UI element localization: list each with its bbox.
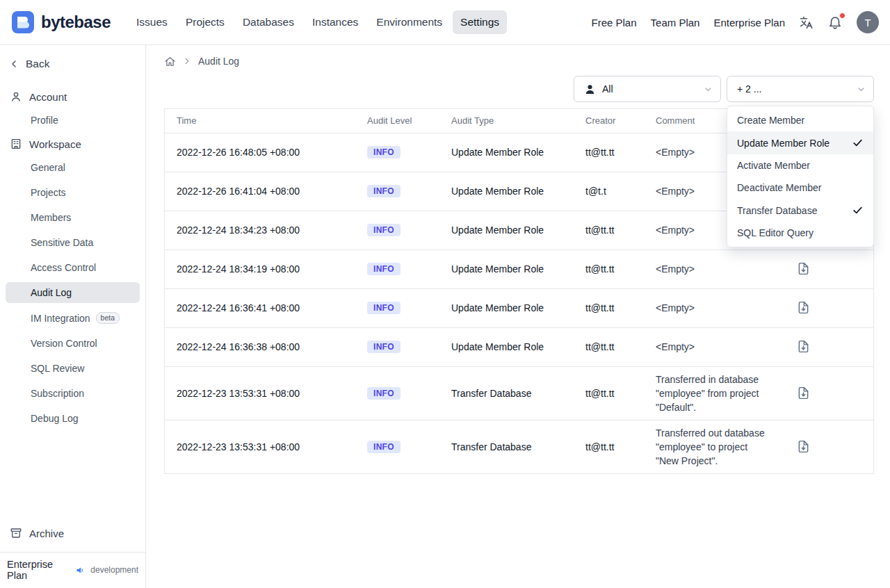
sidebar-item-sql-review[interactable]: SQL Review [6, 358, 140, 379]
table-row: 2022-12-23 13:53:31 +08:00 INFO Transfer… [165, 366, 873, 420]
creator-filter-select[interactable]: All [574, 76, 721, 102]
chevron-down-icon [856, 84, 866, 95]
audit-comment: <Empty> [644, 327, 778, 366]
main-nav: Issues Projects Databases Instances Envi… [129, 10, 591, 34]
sidebar-item-label: Projects [31, 187, 66, 198]
nav-item-environments[interactable]: Environments [369, 10, 450, 34]
audit-level-badge: INFO [367, 146, 400, 158]
audit-time: 2022-12-23 13:53:31 +08:00 [165, 366, 355, 420]
sidebar-item-access-control[interactable]: Access Control [6, 257, 140, 278]
back-label: Back [26, 58, 49, 70]
bytebase-logo[interactable]: bytebase [11, 10, 111, 34]
audit-creator: tt@tt.tt [574, 366, 644, 420]
export-entry-icon[interactable] [795, 338, 812, 355]
menu-item-deactivate-member[interactable]: Deactivate Member [727, 177, 873, 199]
audit-time: 2022-12-24 18:34:19 +08:00 [165, 250, 355, 288]
sidebar-item-im-integration[interactable]: IM Integration beta [6, 307, 140, 329]
sidebar-item-audit-log[interactable]: Audit Log [6, 282, 140, 303]
audit-creator: t@t.t [574, 172, 644, 211]
menu-item-label: Create Member [737, 115, 864, 126]
menu-item-create-member[interactable]: Create Member [727, 109, 873, 131]
breadcrumb: Audit Log [164, 52, 874, 70]
sidebar-item-label: Subscription [31, 388, 84, 399]
filter-bar: All + 2 ... [164, 76, 874, 102]
enterprise-plan-link[interactable]: Enterprise Plan [713, 17, 785, 28]
sidebar-item-label: Profile [31, 115, 58, 126]
audit-level-badge: INFO [367, 441, 400, 453]
user-icon [584, 83, 596, 95]
sidebar-item-debug-log[interactable]: Debug Log [6, 408, 140, 429]
home-icon[interactable] [164, 56, 176, 67]
free-plan-link[interactable]: Free Plan [592, 17, 637, 28]
audit-time: 2022-12-24 16:36:38 +08:00 [165, 327, 355, 366]
menu-item-sql-editor-query[interactable]: SQL Editor Query [727, 222, 873, 244]
audit-comment: Transferred in database "employee" from … [644, 366, 778, 420]
speaker-icon [75, 565, 86, 575]
audit-type: Update Member Role [439, 133, 574, 172]
nav-item-databases[interactable]: Databases [235, 10, 302, 34]
sidebar-item-sensitive-data[interactable]: Sensitive Data [6, 232, 140, 253]
archive-label: Archive [29, 528, 64, 539]
notifications-bell-icon[interactable] [827, 15, 843, 30]
nav-item-instances[interactable]: Instances [305, 10, 366, 34]
audit-level-badge: INFO [367, 341, 400, 353]
notification-dot [839, 13, 846, 19]
team-plan-link[interactable]: Team Plan [651, 17, 700, 28]
audit-type: Update Member Role [439, 172, 574, 211]
menu-item-update-member-role[interactable]: Update Member Role [727, 131, 873, 154]
beta-badge: beta [96, 312, 120, 324]
export-entry-icon[interactable] [795, 384, 812, 402]
audit-comment: <Empty> [644, 288, 778, 327]
creator-filter-value: All [602, 83, 697, 95]
audit-creator: tt@tt.tt [574, 420, 644, 473]
sidebar-item-label: IM Integration [31, 313, 90, 324]
audit-level-badge: INFO [367, 387, 400, 400]
sidebar-item-general[interactable]: General [6, 157, 140, 178]
audit-type-filter-select[interactable]: + 2 ... [727, 76, 874, 102]
nav-item-issues[interactable]: Issues [129, 10, 175, 34]
audit-level-badge: INFO [367, 224, 400, 236]
sidebar-item-profile[interactable]: Profile [6, 110, 140, 131]
sidebar-item-label: Audit Log [31, 287, 72, 298]
header-creator: Creator [574, 109, 644, 133]
nav-item-projects[interactable]: Projects [178, 10, 232, 34]
sidebar-group-account: Account [6, 85, 140, 108]
audit-log-page: Audit Log All + 2 ... Creat [146, 45, 890, 588]
export-entry-icon[interactable] [795, 260, 812, 277]
audit-comment: Transferred out database "employee" to p… [644, 420, 778, 473]
audit-type-menu: Create Member Update Member Role Activat… [727, 106, 874, 247]
audit-level-badge: INFO [367, 302, 400, 314]
menu-item-label: SQL Editor Query [737, 227, 864, 238]
user-avatar[interactable]: T [857, 11, 879, 33]
back-button[interactable]: Back [6, 54, 140, 74]
workspace-group-label: Workspace [29, 138, 81, 150]
audit-level-badge: INFO [367, 263, 400, 275]
archive-button[interactable]: Archive [6, 521, 140, 545]
audit-time: 2022-12-26 16:41:04 +08:00 [165, 172, 355, 211]
menu-item-transfer-database[interactable]: Transfer Database [727, 199, 873, 222]
audit-type: Update Member Role [439, 211, 574, 250]
sidebar-item-version-control[interactable]: Version Control [6, 333, 140, 354]
menu-item-activate-member[interactable]: Activate Member [727, 154, 873, 177]
header-time: Time [165, 109, 355, 133]
audit-time: 2022-12-24 18:34:23 +08:00 [165, 211, 355, 250]
audit-creator: tt@tt.tt [574, 211, 644, 250]
settings-sidebar: Back Account Profile Workspace General P… [0, 45, 146, 588]
language-toggle-icon[interactable] [799, 15, 814, 30]
sidebar-item-projects[interactable]: Projects [6, 182, 140, 203]
export-entry-icon[interactable] [795, 299, 812, 316]
brand-name: bytebase [41, 13, 111, 32]
audit-type: Update Member Role [439, 327, 574, 366]
nav-item-settings[interactable]: Settings [453, 10, 507, 34]
sidebar-item-label: SQL Review [31, 363, 84, 374]
audit-level-badge: INFO [367, 185, 400, 197]
topbar-right: Free Plan Team Plan Enterprise Plan T [592, 11, 879, 33]
sidebar-group-workspace: Workspace [6, 133, 140, 155]
sidebar-item-subscription[interactable]: Subscription [6, 383, 140, 404]
sidebar-item-label: Version Control [31, 338, 97, 349]
menu-item-label: Deactivate Member [737, 182, 864, 193]
sidebar-item-members[interactable]: Members [6, 207, 140, 228]
audit-creator: tt@tt.tt [574, 133, 644, 172]
export-entry-icon[interactable] [795, 438, 812, 455]
audit-time: 2022-12-23 13:53:31 +08:00 [165, 420, 355, 473]
